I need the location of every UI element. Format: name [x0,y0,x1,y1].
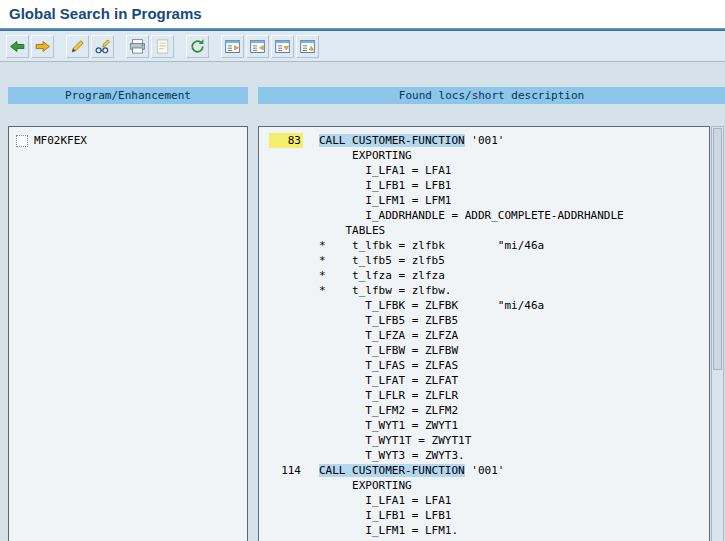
line-number [269,148,303,163]
expand-node-button[interactable] [221,35,244,58]
collapse-node-icon [249,38,266,55]
code-line[interactable]: T_LFAS = ZLFAS [259,358,709,373]
code-text: I_LFB1 = LFB1 [319,178,451,193]
expand-all-icon [274,38,291,55]
code-text: I_LFA1 = LFA1 [319,493,451,508]
code-line[interactable]: T_LFM2 = ZLFM2 [259,403,709,418]
code-line[interactable]: T_LFLR = ZLFLR [259,388,709,403]
line-number [269,523,303,538]
code-line[interactable]: EXPORTING [259,478,709,493]
code-results-panel: 83CALL CUSTOMER-FUNCTION '001' EXPORTING… [258,126,710,541]
program-list-item[interactable]: MF02KFEX [9,127,247,147]
code-line[interactable]: EXPORTING [259,148,709,163]
line-number: 83 [269,133,303,148]
expand-all-button[interactable] [271,35,294,58]
program-list-panel: MF02KFEX [8,126,248,541]
collapse-all-button[interactable] [296,35,319,58]
code-text: EXPORTING [319,148,412,163]
code-line[interactable]: T_WYT1 = ZWYT1 [259,418,709,433]
forward-icon [34,38,51,55]
code-line[interactable]: I_LFA1 = LFA1 [259,493,709,508]
code-line[interactable]: I_LFA1 = LFA1 [259,163,709,178]
code-line[interactable]: * t_lfbw = zlfbw. [259,283,709,298]
print-button[interactable] [126,35,149,58]
code-line[interactable]: T_LFAT = ZLFAT [259,373,709,388]
display-change-button[interactable] [91,35,114,58]
code-text: T_LFBK = ZLFBK "mi/46a [319,298,544,313]
code-text: EXPORTING [319,478,412,493]
edit-icon [69,38,86,55]
matched-keyword: CALL CUSTOMER-FUNCTION [319,134,465,147]
code-line[interactable]: I_LFM1 = LFM1. [259,523,709,538]
refresh-button[interactable] [186,35,209,58]
program-icon [16,135,28,147]
code-line[interactable]: 114CALL CUSTOMER-FUNCTION '001' [259,463,709,478]
edit-button[interactable] [66,35,89,58]
toolbar-group [6,35,54,58]
code-line[interactable]: 83CALL CUSTOMER-FUNCTION '001' [259,133,709,148]
code-text: I_LFB1 = LFB1 [319,508,451,523]
code-line[interactable]: I_LFB1 = LFB1 [259,508,709,523]
line-number [269,403,303,418]
matched-keyword: CALL CUSTOMER-FUNCTION [319,464,465,477]
line-number [269,313,303,328]
code-text: I_LFM1 = LFM1 [319,193,451,208]
code-text: CALL CUSTOMER-FUNCTION '001' [319,463,504,478]
code-text: * t_lfbk = zlfbk "mi/46a [319,238,544,253]
line-number [269,298,303,313]
code-text: T_LFZA = ZLFZA [319,328,458,343]
line-number [269,418,303,433]
code-line[interactable]: T_WYT1T = ZWYT1T [259,433,709,448]
line-number [269,448,303,463]
line-number [269,358,303,373]
back-icon [9,38,26,55]
line-number [269,433,303,448]
collapse-all-icon [299,38,316,55]
code-text: * t_lfbw = zlfbw. [319,283,451,298]
back-button[interactable] [6,35,29,58]
forward-button[interactable] [31,35,54,58]
line-number [269,238,303,253]
collapse-node-button[interactable] [246,35,269,58]
code-line[interactable]: * t_lfbk = zlfbk "mi/46a [259,238,709,253]
line-number [269,178,303,193]
code-line[interactable]: * t_lfb5 = zlfb5 [259,253,709,268]
sap-window: Global Search in Programs Program/Enhanc… [0,0,725,541]
code-line[interactable]: T_LFBW = ZLFBW [259,343,709,358]
code-line[interactable]: T_LFBK = ZLFBK "mi/46a [259,298,709,313]
code-line[interactable]: I_LFM1 = LFM1 [259,193,709,208]
code-line[interactable]: T_WYT3 = ZWYT3. [259,448,709,463]
toolbar-group [126,35,174,58]
code-text: TABLES [319,223,385,238]
code-text: I_ADDRHANDLE = ADDR_COMPLETE-ADDRHANDLE [319,208,624,223]
column-header-program: Program/Enhancement [8,87,248,104]
code-text: T_LFLR = ZLFLR [319,388,458,403]
code-text: T_LFAT = ZLFAT [319,373,458,388]
line-number [269,193,303,208]
display-change-icon [94,38,111,55]
toolbar-group [66,35,114,58]
code-line[interactable]: I_LFB1 = LFB1 [259,178,709,193]
code-text: T_LFBW = ZLFBW [319,343,458,358]
code-text: CALL CUSTOMER-FUNCTION '001' [319,133,504,148]
scrollbar-thumb[interactable] [713,128,722,370]
print-preview-button[interactable] [151,35,174,58]
code-line[interactable]: * t_lfza = zlfza [259,268,709,283]
line-number [269,493,303,508]
code-text: T_WYT3 = ZWYT3. [319,448,465,463]
line-number [269,373,303,388]
code-listing: 83CALL CUSTOMER-FUNCTION '001' EXPORTING… [259,127,709,538]
toolbar-group [186,35,209,58]
line-number [269,283,303,298]
code-line[interactable]: I_ADDRHANDLE = ADDR_COMPLETE-ADDRHANDLE [259,208,709,223]
vertical-scrollbar[interactable] [711,126,724,541]
print-icon [129,38,146,55]
code-line[interactable]: T_LFZA = ZLFZA [259,328,709,343]
code-line[interactable]: TABLES [259,223,709,238]
page-title: Global Search in Programs [9,5,202,22]
code-line[interactable]: T_LFB5 = ZLFB5 [259,313,709,328]
title-bar: Global Search in Programs [0,0,725,28]
code-text: * t_lfza = zlfza [319,268,445,283]
toolbar-group [221,35,319,58]
line-number [269,208,303,223]
